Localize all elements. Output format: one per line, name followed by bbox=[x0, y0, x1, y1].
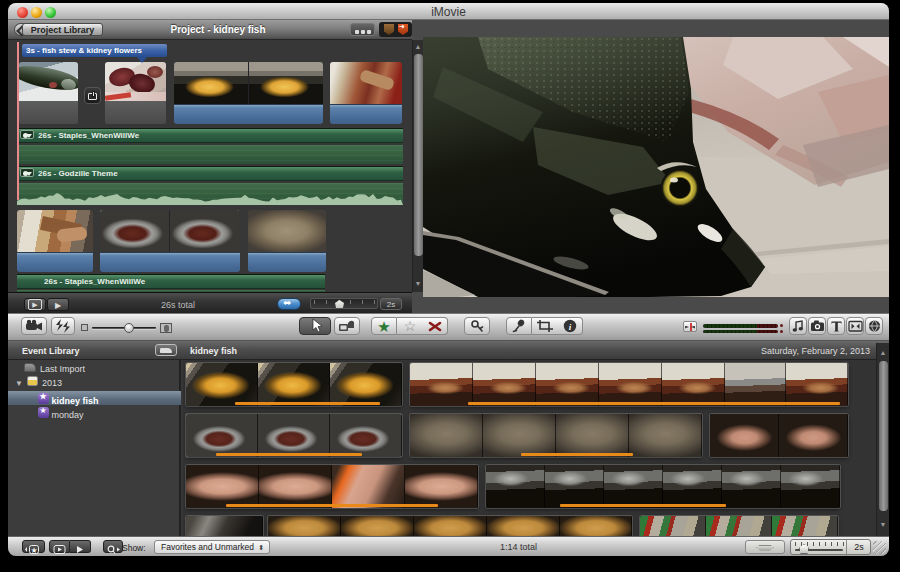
svg-text:★: ★ bbox=[30, 546, 37, 555]
svg-text:★: ★ bbox=[377, 318, 390, 334]
svg-text:☆: ☆ bbox=[403, 318, 416, 334]
